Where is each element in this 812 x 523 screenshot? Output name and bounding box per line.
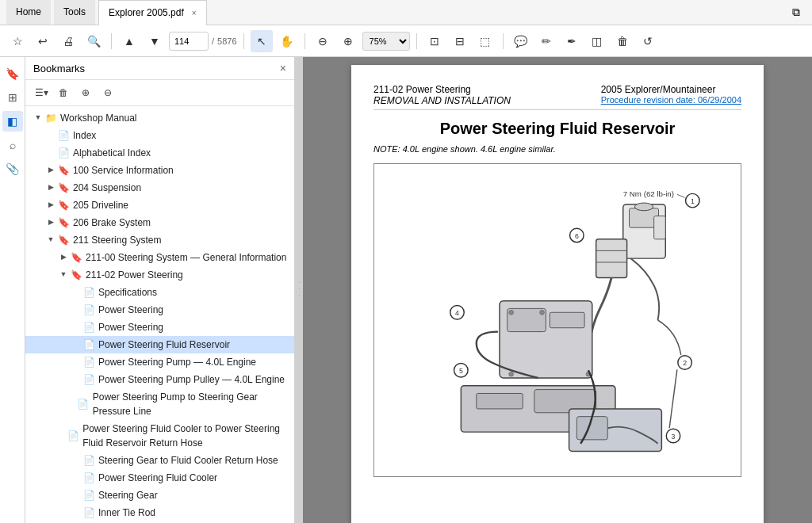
zoom-select[interactable]: 75% 50% 100% 125% 150% — [362, 32, 410, 51]
zoom-out-tool-button[interactable]: 🔍 — [82, 30, 105, 52]
tree-item-204[interactable]: ▶ 🔖 204 Suspension — [25, 179, 294, 197]
tree-label-204: 204 Suspension — [73, 181, 141, 195]
expand-211-icon[interactable]: ▼ — [44, 234, 57, 246]
tab-close-icon[interactable]: × — [192, 9, 197, 17]
pdf-page-title: Power Steering Fluid Reservoir — [373, 120, 741, 138]
page-number-input[interactable] — [169, 32, 209, 51]
pdf-vehicle: 2005 Explorer/Mountaineer — [601, 84, 741, 95]
window-maximize-icon[interactable]: ⧉ — [787, 3, 806, 22]
svg-rect-8 — [596, 239, 627, 278]
expand-205-icon[interactable]: ▶ — [44, 199, 57, 212]
tree-item-alpha[interactable]: ▶ 📄 Alphabetical Index — [25, 144, 294, 162]
svg-point-18 — [509, 372, 514, 376]
svg-point-6 — [634, 203, 653, 211]
tab-home[interactable]: Home — [6, 0, 51, 25]
pdf-note: NOTE: 4.0L engine shown. 4.6L engine sim… — [373, 144, 741, 154]
bm-menu-button[interactable]: ☰▾ — [32, 83, 51, 102]
bm-delete-button[interactable]: 🗑 — [54, 83, 73, 102]
page-down-button[interactable]: ▼ — [144, 30, 166, 52]
tab-filename: Explorer 2005.pdf — [109, 7, 184, 18]
tree-item-ps2[interactable]: ▶ 📄 Power Steering — [25, 319, 294, 336]
expand-206-icon[interactable]: ▶ — [44, 216, 57, 229]
doc-icon-reservoir: 📄 — [82, 338, 95, 351]
tree-item-pscooler[interactable]: ▶ 📄 Power Steering Fluid Cooler — [25, 469, 294, 487]
pdf-header: 211-02 Power Steering REMOVAL AND INSTAL… — [373, 84, 741, 106]
tree-item-205[interactable]: ▶ 🔖 205 Driveline — [25, 197, 294, 214]
cursor-tool-button[interactable]: ↖ — [251, 30, 273, 52]
page-up-button[interactable]: ▲ — [118, 30, 140, 52]
search-panel-icon[interactable]: ⌕ — [2, 135, 23, 155]
tree-item-211-00[interactable]: ▶ 🔖 211-00 Steering System — General Inf… — [25, 249, 294, 266]
tree-label-ps2: Power Steering — [98, 320, 163, 334]
tree-item-206[interactable]: ▶ 🔖 206 Brake System — [25, 214, 294, 231]
tree-item-inner-tie[interactable]: ▶ 📄 Inner Tie Rod — [25, 504, 294, 521]
tree-label-pulley: Power Steering Pump Pulley — 4.0L Engine — [98, 372, 285, 387]
svg-text:2: 2 — [683, 359, 687, 367]
print-button[interactable]: 🖨 — [57, 30, 79, 52]
expand-workshop-icon[interactable]: ▼ — [32, 112, 44, 124]
doc-icon-coolerret: 📄 — [67, 429, 79, 442]
tree-item-ps-pump[interactable]: ▶ 📄 Power Steering Pump — 4.0L Engine — [25, 353, 294, 371]
bookmark-add-button[interactable]: ☆ — [6, 30, 29, 52]
expand-21102-icon[interactable]: ▼ — [57, 269, 70, 281]
pdf-diagram: 7 Nm (62 lb-in) 1 — [373, 163, 741, 477]
bookmarks-close-button[interactable]: × — [280, 62, 286, 74]
attachments-panel-icon[interactable]: 📎 — [2, 158, 23, 179]
tree-item-index[interactable]: ▶ 📄 Index — [25, 127, 294, 144]
tree-item-ps-pulley[interactable]: ▶ 📄 Power Steering Pump Pulley — 4.0L En… — [25, 371, 294, 388]
expand-21100-icon[interactable]: ▶ — [57, 251, 70, 264]
pdf-section-label: 211-02 Power Steering — [373, 84, 511, 95]
bookmarks-panel-icon[interactable]: 🔖 — [2, 63, 23, 84]
panel-resize-handle[interactable]: · · · — [295, 57, 303, 523]
tree-label-coolerret: Power Steering Fluid Cooler to Power Ste… — [82, 422, 289, 450]
doc-icon-alpha: 📄 — [57, 147, 70, 159]
bookmarks-panel-title: Bookmarks — [33, 63, 280, 74]
stamp-button[interactable]: ◫ — [586, 30, 608, 52]
tree-item-pressure[interactable]: ▶ 📄 Power Steering Pump to Steering Gear… — [25, 388, 294, 420]
tree-item-ps1[interactable]: ▶ 📄 Power Steering — [25, 301, 294, 319]
tree-label-reservoir: Power Steering Fluid Reservoir — [98, 338, 230, 352]
tree-item-ps-reservoir[interactable]: ▶ 📄 Power Steering Fluid Reservoir — [25, 336, 294, 353]
highlight-button[interactable]: ✒ — [561, 30, 583, 52]
fit-page-button[interactable]: ⊡ — [423, 30, 446, 52]
undo-button[interactable]: ↺ — [637, 30, 659, 52]
tree-item-cooler-return[interactable]: ▶ 📄 Power Steering Fluid Cooler to Power… — [25, 420, 294, 452]
zoom-in-button[interactable]: ⊕ — [337, 30, 359, 52]
tree-label-pscooler: Power Steering Fluid Cooler — [98, 471, 217, 485]
svg-rect-15 — [550, 312, 584, 327]
zoom-out-button[interactable]: ⊖ — [312, 30, 334, 52]
marquee-zoom-button[interactable]: ⬚ — [474, 30, 496, 52]
tree-item-spec[interactable]: ▶ 📄 Specifications — [25, 284, 294, 301]
bm-collapse-button[interactable]: ⊖ — [98, 83, 117, 102]
tree-item-100[interactable]: ▶ 🔖 100 Service Information — [25, 162, 294, 179]
bm-expand-button[interactable]: ⊕ — [76, 83, 95, 102]
resize-grip-icon: · · · — [296, 281, 303, 298]
tree-item-sg[interactable]: ▶ 📄 Steering Gear — [25, 487, 294, 504]
tree-item-211[interactable]: ▼ 🔖 211 Steering System — [25, 231, 294, 249]
expand-204-icon[interactable]: ▶ — [44, 181, 57, 194]
doc-icon-ps2: 📄 — [82, 321, 95, 334]
pdf-viewer: 211-02 Power Steering REMOVAL AND INSTAL… — [303, 57, 812, 523]
delete-button[interactable]: 🗑 — [611, 30, 634, 52]
hand-tool-button[interactable]: ✋ — [276, 30, 298, 52]
tree-item-211-02[interactable]: ▼ 🔖 211-02 Power Steering — [25, 266, 294, 284]
bookmarks-toolbar: ☰▾ 🗑 ⊕ ⊖ — [25, 80, 294, 106]
layers-panel-icon[interactable]: ⊞ — [2, 87, 23, 108]
svg-text:5: 5 — [459, 367, 463, 375]
tree-item-workshop[interactable]: ▼ 📁 Workshop Manual — [25, 109, 294, 127]
bookmarks-panel: Bookmarks × ☰▾ 🗑 ⊕ ⊖ ▼ 📁 Workshop Manual… — [25, 57, 295, 523]
bookmark-icon-100: 🔖 — [57, 164, 70, 177]
fit-width-button[interactable]: ⊟ — [449, 30, 471, 52]
expand-100-icon[interactable]: ▶ — [44, 164, 57, 177]
pen-button[interactable]: ✏ — [535, 30, 557, 52]
tree-item-sg-return[interactable]: ▶ 📄 Steering Gear to Fluid Cooler Return… — [25, 452, 294, 469]
tree-label-100: 100 Service Information — [73, 163, 174, 178]
folder-icon: 📁 — [44, 112, 57, 124]
tab-active[interactable]: Explorer 2005.pdf × — [98, 0, 207, 25]
svg-rect-25 — [477, 393, 523, 408]
pdf-revision-link[interactable]: Procedure revision date: 06/29/2004 — [601, 95, 741, 105]
back-button[interactable]: ↩ — [32, 30, 54, 52]
navigation-panel-icon[interactable]: ◧ — [2, 111, 23, 132]
tab-tools[interactable]: Tools — [54, 0, 95, 25]
comment-button[interactable]: 💬 — [510, 30, 532, 52]
